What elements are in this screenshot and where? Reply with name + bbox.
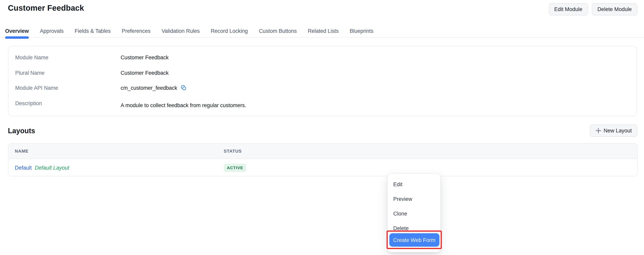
- layout-name-link[interactable]: Default: [15, 165, 32, 171]
- plus-icon: [595, 128, 601, 134]
- tab-approvals[interactable]: Approvals: [40, 25, 64, 37]
- tab-validation-rules[interactable]: Validation Rules: [162, 25, 200, 37]
- layout-name-cell: Default Default Layout: [15, 165, 69, 171]
- module-overview-panel: Module Name Customer Feedback Plural Nam…: [8, 46, 637, 116]
- field-row-plural-name: Plural Name Customer Feedback: [8, 70, 636, 85]
- table-row: Default Default Layout ACTIVE: [8, 159, 637, 176]
- api-name-value: cm_customer_feedback: [121, 85, 177, 91]
- header-actions: Edit Module Delete Module: [549, 3, 637, 16]
- status-badge: ACTIVE: [224, 163, 246, 172]
- tab-related-lists[interactable]: Related Lists: [308, 25, 338, 37]
- layouts-heading: Layouts: [8, 127, 35, 135]
- layout-name-suffix: Default Layout: [35, 165, 69, 171]
- tab-preferences[interactable]: Preferences: [122, 25, 151, 37]
- edit-module-button[interactable]: Edit Module: [549, 3, 588, 16]
- new-layout-button[interactable]: New Layout: [590, 125, 637, 137]
- tab-custom-buttons[interactable]: Custom Buttons: [259, 25, 297, 37]
- field-row-api-name: Module API Name cm_customer_feedback: [8, 85, 636, 100]
- layouts-table: NAME STATUS Default Default Layout ACTIV…: [8, 143, 638, 176]
- menu-item-edit[interactable]: Edit: [388, 177, 440, 192]
- new-layout-label: New Layout: [604, 128, 632, 134]
- field-label: Module API Name: [15, 85, 121, 91]
- field-label: Description: [15, 100, 121, 106]
- tab-fields-tables[interactable]: Fields & Tables: [75, 25, 111, 37]
- menu-item-preview[interactable]: Preview: [388, 192, 440, 206]
- field-value: A module to collect feedback from regula…: [121, 100, 246, 108]
- field-value: Customer Feedback: [121, 55, 168, 61]
- module-settings-page: Customer Feedback Edit Module Delete Mod…: [0, 0, 644, 255]
- field-row-module-name: Module Name Customer Feedback: [8, 55, 636, 70]
- layout-actions-menu: Edit Preview Clone Delete Create Web For…: [387, 174, 441, 252]
- tab-blueprints[interactable]: Blueprints: [350, 25, 373, 37]
- field-value: cm_customer_feedback: [121, 85, 186, 91]
- tab-bar: Overview Approvals Fields & Tables Prefe…: [0, 25, 644, 38]
- field-label: Plural Name: [15, 70, 121, 76]
- column-header-name: NAME: [15, 149, 28, 153]
- copy-icon[interactable]: [181, 85, 186, 91]
- field-row-description: Description A module to collect feedback…: [8, 100, 636, 115]
- delete-module-button[interactable]: Delete Module: [592, 3, 637, 16]
- column-header-status: STATUS: [224, 149, 242, 153]
- field-label: Module Name: [15, 55, 121, 61]
- create-web-form-button[interactable]: Create Web Form: [389, 233, 439, 247]
- page-title: Customer Feedback: [8, 4, 84, 13]
- layouts-table-header: NAME STATUS: [8, 143, 637, 159]
- tab-record-locking[interactable]: Record Locking: [211, 25, 248, 37]
- tab-overview[interactable]: Overview: [5, 25, 29, 37]
- menu-item-clone[interactable]: Clone: [388, 206, 440, 221]
- field-value: Customer Feedback: [121, 70, 168, 76]
